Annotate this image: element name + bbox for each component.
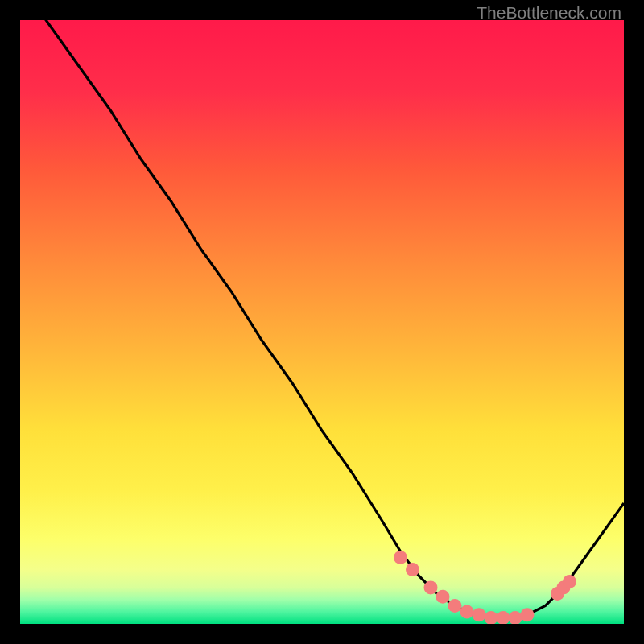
curve-marker (563, 575, 576, 588)
curve-marker (394, 551, 407, 564)
chart-container: TheBottleneck.com (0, 0, 644, 644)
curve-marker (448, 599, 462, 613)
curve-marker (473, 608, 486, 621)
curve-marker (521, 608, 535, 621)
curve-marker (497, 611, 510, 624)
watermark-text: TheBottleneck.com (477, 3, 621, 23)
plot-area (20, 20, 624, 624)
bottleneck-curve (20, 20, 624, 624)
curve-marker (424, 581, 438, 595)
curve-marker (509, 611, 522, 624)
curve-marker (436, 590, 450, 604)
curve-marker (406, 563, 419, 576)
curve-marker (485, 611, 498, 624)
curve-marker (460, 605, 474, 619)
